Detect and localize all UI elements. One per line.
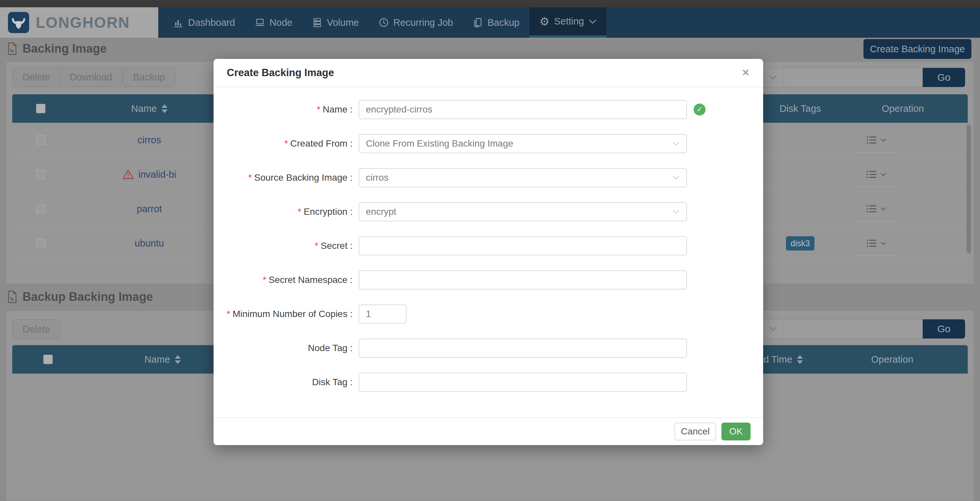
storage-stack-icon bbox=[312, 17, 322, 27]
row-checkbox[interactable] bbox=[36, 239, 45, 248]
modal-title: Create Backing Image bbox=[227, 67, 334, 79]
chevron-down-icon bbox=[880, 138, 886, 142]
nav-item-setting[interactable]: ⚙ Setting bbox=[530, 7, 606, 38]
source-backing-image-select[interactable]: cirros bbox=[359, 168, 687, 187]
row-checkbox[interactable] bbox=[36, 170, 45, 179]
disk-tag-badge: disk3 bbox=[786, 236, 815, 251]
name-input[interactable] bbox=[366, 104, 680, 115]
field-label: Encryption bbox=[304, 206, 347, 217]
form-row-name: *Name : ✓ bbox=[213, 100, 763, 119]
bar-chart-icon bbox=[173, 17, 183, 27]
form-row-encryption: *Encryption : encrypt bbox=[213, 202, 763, 221]
field-label: Disk Tag bbox=[312, 377, 348, 387]
required-marker: * bbox=[317, 104, 320, 114]
brand-logo-link[interactable]: LONGHORN bbox=[0, 7, 158, 38]
backing-image-section-title: Backing Image bbox=[7, 42, 107, 55]
clock-icon bbox=[379, 17, 389, 27]
field-label: Name bbox=[323, 104, 348, 114]
nav-item-recurring-job[interactable]: Recurring Job bbox=[369, 7, 463, 38]
operation-menu-trigger[interactable] bbox=[866, 239, 886, 247]
go-button[interactable]: Go bbox=[923, 319, 965, 339]
form-row-secret: *Secret : bbox=[213, 236, 763, 255]
form-row-source-backing-image: *Source Backing Image : cirros bbox=[213, 168, 763, 187]
encryption-select[interactable]: encrypt bbox=[359, 202, 687, 221]
secret-input[interactable] bbox=[366, 241, 680, 251]
form-row-minimum-copies: *Minimum Number of Copies : bbox=[213, 304, 763, 323]
operation-menu-trigger[interactable] bbox=[866, 136, 886, 144]
sort-icon[interactable] bbox=[797, 355, 803, 364]
list-menu-icon bbox=[866, 239, 877, 247]
form-row-secret-namespace: *Secret Namespace : bbox=[213, 270, 763, 290]
backup-copy-icon bbox=[473, 17, 483, 27]
modal-form: *Name : ✓ *Created From : Clone From Exi… bbox=[213, 87, 763, 392]
backing-image-link[interactable]: invalid-bi bbox=[138, 169, 176, 180]
laptop-icon bbox=[255, 17, 265, 27]
column-header-operation: Operation bbox=[859, 345, 925, 374]
ok-button[interactable]: OK bbox=[721, 423, 751, 441]
form-row-disk-tag: Disk Tag : bbox=[213, 373, 763, 392]
column-header-operation: Operation bbox=[870, 94, 936, 123]
disk-tag-input[interactable] bbox=[366, 377, 680, 387]
operation-menu-trigger[interactable] bbox=[866, 170, 886, 179]
window-top-strip bbox=[0, 0, 980, 7]
sort-icon[interactable] bbox=[162, 104, 167, 113]
row-checkbox[interactable] bbox=[36, 135, 45, 144]
filter-search-input[interactable] bbox=[784, 319, 923, 339]
backup-button[interactable]: Backup bbox=[123, 67, 175, 87]
node-tag-input[interactable] bbox=[366, 343, 680, 354]
modal-footer: Cancel OK bbox=[213, 417, 763, 445]
operation-underline bbox=[856, 221, 896, 222]
cancel-button[interactable]: Cancel bbox=[675, 423, 716, 441]
go-button[interactable]: Go bbox=[923, 68, 965, 87]
longhorn-bull-icon bbox=[8, 12, 29, 33]
select-value: encrypt bbox=[366, 206, 396, 217]
top-navbar: LONGHORN Dashboard Node bbox=[0, 7, 980, 38]
file-icon bbox=[7, 42, 17, 55]
create-backing-image-button[interactable]: Create Backing Image bbox=[864, 39, 971, 59]
field-label: Secret bbox=[321, 241, 348, 251]
nav-item-volume[interactable]: Volume bbox=[302, 7, 369, 38]
column-header-name[interactable]: Name bbox=[106, 94, 192, 123]
delete-button[interactable]: Delete bbox=[12, 67, 60, 87]
backing-image-link[interactable]: cirros bbox=[138, 135, 161, 146]
field-label: Node Tag bbox=[308, 343, 347, 353]
nav-item-node[interactable]: Node bbox=[245, 7, 302, 38]
operation-underline bbox=[856, 255, 896, 256]
created-from-select[interactable]: Clone From Existing Backing Image bbox=[359, 134, 687, 153]
operation-underline bbox=[856, 152, 896, 153]
operation-underline bbox=[856, 187, 896, 187]
nav-label: Dashboard bbox=[188, 17, 235, 28]
select-value: Clone From Existing Backing Image bbox=[366, 138, 513, 149]
chevron-down-icon bbox=[589, 19, 597, 24]
field-label: Source Backing Image bbox=[254, 173, 348, 183]
filter-search-input[interactable] bbox=[784, 68, 923, 87]
chevron-down-icon bbox=[673, 209, 680, 214]
list-menu-icon bbox=[866, 136, 877, 144]
nav-item-backup[interactable]: Backup bbox=[463, 7, 530, 38]
operation-menu-trigger[interactable] bbox=[866, 205, 886, 213]
select-value: cirros bbox=[366, 173, 388, 183]
warning-icon bbox=[123, 170, 134, 179]
column-header-name[interactable]: Name bbox=[119, 345, 205, 374]
close-icon[interactable]: ✕ bbox=[741, 68, 750, 78]
table-scrollbar[interactable] bbox=[966, 125, 971, 253]
list-menu-icon bbox=[866, 205, 877, 213]
section-title-text: Backup Backing Image bbox=[22, 290, 153, 304]
backing-image-link[interactable]: ubuntu bbox=[135, 238, 164, 249]
sort-icon[interactable] bbox=[175, 355, 181, 364]
field-label: Minimum Number of Copies bbox=[232, 309, 347, 319]
nav-item-dashboard[interactable]: Dashboard bbox=[164, 7, 245, 38]
minimum-copies-input[interactable] bbox=[366, 309, 399, 319]
backing-image-link[interactable]: parrot bbox=[137, 203, 162, 214]
delete-button[interactable]: Delete bbox=[12, 319, 60, 339]
valid-check-icon: ✓ bbox=[694, 103, 706, 116]
row-checkbox[interactable] bbox=[36, 204, 45, 213]
form-row-created-from: *Created From : Clone From Existing Back… bbox=[213, 134, 763, 153]
column-header-disk-tags: Disk Tags bbox=[767, 94, 833, 123]
field-label: Created From bbox=[290, 138, 348, 149]
select-all-checkbox[interactable] bbox=[36, 104, 45, 113]
secret-namespace-input[interactable] bbox=[366, 275, 680, 285]
download-button[interactable]: Download bbox=[59, 67, 123, 87]
select-all-checkbox[interactable] bbox=[43, 355, 52, 364]
main-nav: Dashboard Node Volume bbox=[164, 7, 606, 38]
